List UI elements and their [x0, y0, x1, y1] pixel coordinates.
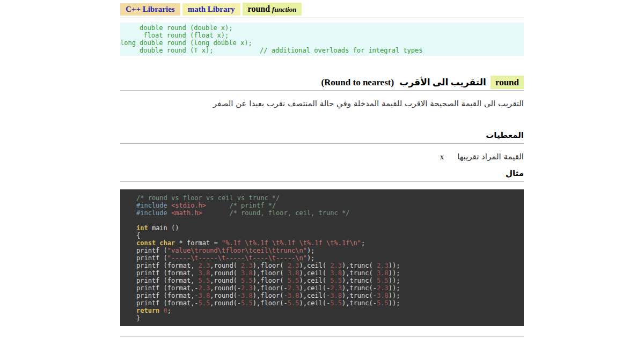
code-line: [136, 217, 524, 224]
breadcrumb-round-function: round function: [243, 3, 302, 16]
code-line: printf (format, 2.3,round( 2.3),floor( 2…: [136, 262, 524, 269]
code-line: return 0;: [136, 307, 524, 314]
function-title-arabic: التقريب الى الأقرب: [399, 77, 486, 87]
code-line: printf ("-----\t-----\t-----\t----\t----…: [136, 254, 524, 262]
parameter-description: القيمة المراد تقريبها: [457, 152, 524, 161]
parameters-heading: المعطيات: [120, 130, 524, 144]
code-line: printf (format,-5.5,round(-5.5),floor(-5…: [136, 299, 524, 307]
code-line: /* round vs floor vs ceil vs trunc */: [136, 194, 524, 202]
breadcrumb-function-name: round: [248, 4, 270, 13]
declaration-box: double round (double x); float round (fl…: [120, 23, 524, 56]
parameter-name: x: [440, 152, 444, 161]
declaration-line: double round (T x); // additional overlo…: [120, 47, 524, 54]
code-line: printf (format, 3.8,round( 3.8),floor( 3…: [136, 269, 524, 277]
declaration-line: long double round (long double x);: [120, 39, 524, 47]
code-line: printf ("value\tround\tfloor\tceil\ttrun…: [136, 247, 524, 254]
parameter-row: القيمة المراد تقريبهاx: [120, 152, 524, 161]
breadcrumb-cpp-libraries[interactable]: C++ Libraries: [120, 3, 180, 16]
breadcrumb-math-library[interactable]: math Library: [182, 3, 240, 16]
breadcrumb-function-suffix: function: [272, 5, 297, 13]
code-line: printf (format, 5.5,round( 5.5),floor( 5…: [136, 277, 524, 284]
function-name-highlight: round: [491, 76, 524, 89]
code-line: #include <stdio.h> /* printf */: [136, 202, 524, 209]
declaration-line: float round (float x);: [120, 32, 524, 39]
footer-divider: [120, 336, 524, 337]
code-line: }: [136, 314, 524, 322]
example-code: /* round vs floor vs ceil vs trunc */#in…: [120, 189, 524, 326]
function-title-english: (Round to nearest): [321, 77, 394, 87]
code-line: const char * format = "%.1f \t%.1f \t%.1…: [136, 239, 524, 247]
function-description: التقريب الى القيمة الصحيحة الاقرب للقيمة…: [120, 98, 524, 109]
code-line: #include <math.h> /* round, floor, ceil,…: [136, 209, 524, 217]
breadcrumb: C++ Librariesmath Libraryround function: [120, 0, 524, 16]
code-line: printf (format,-2.3,round(-2.3),floor(-2…: [136, 284, 524, 292]
code-line: int main (): [136, 224, 524, 232]
header-divider: [120, 18, 524, 18]
code-line: printf (format,-3.8,round(-3.8),floor(-3…: [136, 292, 524, 299]
example-heading: مثال: [120, 168, 524, 182]
declaration-line: double round (double x);: [120, 24, 524, 32]
page-content: C++ Librariesmath Libraryround function …: [120, 0, 524, 337]
function-heading: roundالتقريب الى الأقرب (Round to neares…: [120, 76, 524, 91]
code-line: {: [136, 232, 524, 239]
